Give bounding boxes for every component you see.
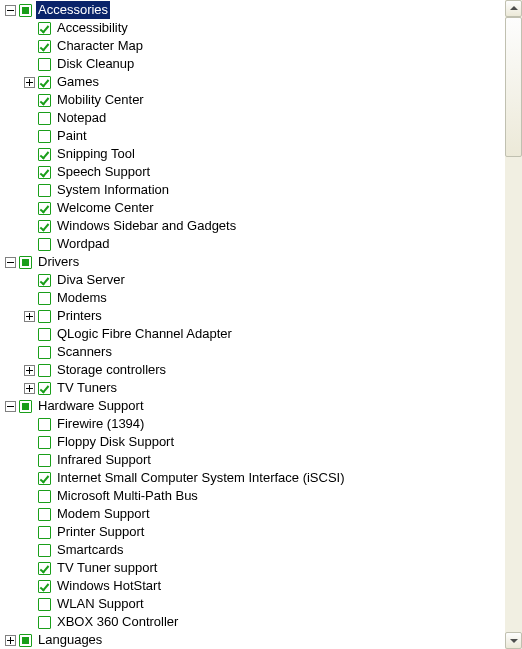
tree-row[interactable]: Wordpad	[0, 235, 505, 253]
tree-row[interactable]: Scanners	[0, 343, 505, 361]
collapse-icon[interactable]	[5, 257, 16, 268]
tree-item-label[interactable]: XBOX 360 Controller	[55, 613, 180, 631]
tree-row[interactable]: XBOX 360 Controller	[0, 613, 505, 631]
expand-icon[interactable]	[24, 77, 35, 88]
checkbox[interactable]	[38, 472, 51, 485]
tree-row[interactable]: Storage controllers	[0, 361, 505, 379]
tree-row[interactable]: Notepad	[0, 109, 505, 127]
tree-item-label[interactable]: QLogic Fibre Channel Adapter	[55, 325, 234, 343]
checkbox[interactable]	[38, 508, 51, 521]
checkbox[interactable]	[38, 328, 51, 341]
checkbox[interactable]	[19, 4, 32, 17]
tree-item-label[interactable]: Storage controllers	[55, 361, 168, 379]
scroll-down-button[interactable]	[505, 632, 522, 649]
vertical-scrollbar[interactable]	[505, 0, 522, 649]
tree-item-label[interactable]: WLAN Support	[55, 595, 146, 613]
checkbox[interactable]	[19, 634, 32, 647]
tree-item-label[interactable]: Diva Server	[55, 271, 127, 289]
tree-item-label[interactable]: Windows HotStart	[55, 577, 163, 595]
checkbox[interactable]	[38, 562, 51, 575]
tree-item-label[interactable]: TV Tuners	[55, 379, 119, 397]
tree-row[interactable]: Welcome Center	[0, 199, 505, 217]
tree-item-label[interactable]: Notepad	[55, 109, 108, 127]
tree-row[interactable]: Paint	[0, 127, 505, 145]
tree-row[interactable]: Disk Cleanup	[0, 55, 505, 73]
checkbox[interactable]	[38, 22, 51, 35]
checkbox[interactable]	[38, 346, 51, 359]
tree-item-label[interactable]: Microsoft Multi-Path Bus	[55, 487, 200, 505]
tree-row[interactable]: Microsoft Multi-Path Bus	[0, 487, 505, 505]
checkbox[interactable]	[38, 418, 51, 431]
tree-item-label[interactable]: Firewire (1394)	[55, 415, 146, 433]
checkbox[interactable]	[38, 202, 51, 215]
tree-item-label[interactable]: System Information	[55, 181, 171, 199]
expand-icon[interactable]	[24, 365, 35, 376]
tree-item-label[interactable]: Languages	[36, 631, 104, 649]
checkbox[interactable]	[38, 598, 51, 611]
checkbox[interactable]	[38, 454, 51, 467]
tree-row[interactable]: WLAN Support	[0, 595, 505, 613]
checkbox[interactable]	[38, 166, 51, 179]
tree-item-label[interactable]: Character Map	[55, 37, 145, 55]
tree-item-label[interactable]: Infrared Support	[55, 451, 153, 469]
checkbox[interactable]	[38, 94, 51, 107]
expand-icon[interactable]	[24, 383, 35, 394]
tree-row[interactable]: Mobility Center	[0, 91, 505, 109]
checkbox[interactable]	[38, 130, 51, 143]
collapse-icon[interactable]	[5, 401, 16, 412]
tree-row[interactable]: Accessibility	[0, 19, 505, 37]
expand-icon[interactable]	[5, 635, 16, 646]
checkbox[interactable]	[38, 616, 51, 629]
tree-row[interactable]: QLogic Fibre Channel Adapter	[0, 325, 505, 343]
tree-item-label[interactable]: Disk Cleanup	[55, 55, 136, 73]
checkbox[interactable]	[38, 40, 51, 53]
tree-row[interactable]: Windows HotStart	[0, 577, 505, 595]
checkbox[interactable]	[19, 256, 32, 269]
tree-row[interactable]: Accessories	[0, 1, 505, 19]
tree-row[interactable]: Snipping Tool	[0, 145, 505, 163]
tree-item-label[interactable]: Windows Sidebar and Gadgets	[55, 217, 238, 235]
tree-item-label[interactable]: Snipping Tool	[55, 145, 137, 163]
checkbox[interactable]	[38, 76, 51, 89]
tree-item-label[interactable]: Modems	[55, 289, 109, 307]
tree-item-label[interactable]: Floppy Disk Support	[55, 433, 176, 451]
tree-row[interactable]: Modem Support	[0, 505, 505, 523]
tree-row[interactable]: Hardware Support	[0, 397, 505, 415]
checkbox[interactable]	[38, 490, 51, 503]
tree-row[interactable]: Character Map	[0, 37, 505, 55]
checkbox[interactable]	[38, 526, 51, 539]
tree-row[interactable]: System Information	[0, 181, 505, 199]
checkbox[interactable]	[38, 310, 51, 323]
checkbox[interactable]	[38, 274, 51, 287]
collapse-icon[interactable]	[5, 5, 16, 16]
tree-row[interactable]: Games	[0, 73, 505, 91]
tree-row[interactable]: Windows Sidebar and Gadgets	[0, 217, 505, 235]
tree-row[interactable]: Languages	[0, 631, 505, 649]
checkbox[interactable]	[38, 382, 51, 395]
scroll-up-button[interactable]	[505, 0, 522, 17]
tree-item-label[interactable]: Games	[55, 73, 101, 91]
checkbox[interactable]	[38, 292, 51, 305]
checkbox[interactable]	[38, 544, 51, 557]
tree-item-label[interactable]: Wordpad	[55, 235, 112, 253]
checkbox[interactable]	[38, 436, 51, 449]
tree-item-label[interactable]: Accessibility	[55, 19, 130, 37]
tree-item-label[interactable]: Drivers	[36, 253, 81, 271]
tree-row[interactable]: Firewire (1394)	[0, 415, 505, 433]
expand-icon[interactable]	[24, 311, 35, 322]
tree-row[interactable]: Drivers	[0, 253, 505, 271]
checkbox[interactable]	[38, 580, 51, 593]
tree-item-label[interactable]: TV Tuner support	[55, 559, 159, 577]
component-tree[interactable]: AccessoriesAccessibilityCharacter MapDis…	[0, 0, 505, 649]
tree-item-label[interactable]: Hardware Support	[36, 397, 146, 415]
tree-row[interactable]: Modems	[0, 289, 505, 307]
tree-item-label[interactable]: Scanners	[55, 343, 114, 361]
tree-row[interactable]: Floppy Disk Support	[0, 433, 505, 451]
checkbox[interactable]	[38, 220, 51, 233]
checkbox[interactable]	[19, 400, 32, 413]
tree-row[interactable]: TV Tuner support	[0, 559, 505, 577]
checkbox[interactable]	[38, 112, 51, 125]
tree-item-label[interactable]: Speech Support	[55, 163, 152, 181]
tree-item-label[interactable]: Accessories	[36, 1, 110, 19]
checkbox[interactable]	[38, 238, 51, 251]
